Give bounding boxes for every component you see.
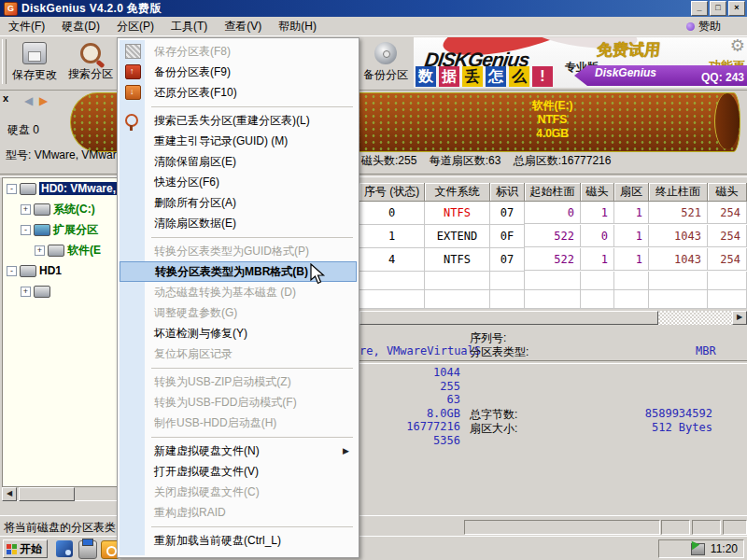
table-cell[interactable]: 1 [614,225,649,247]
tree-item[interactable]: -HD0: VMware, [3,178,119,199]
scroll-right-icon[interactable]: ▶ [732,311,747,325]
save-changes-button[interactable]: 保存更改 [7,39,62,86]
menubar-item[interactable]: 查看(V) [216,17,270,36]
hd-menu-item[interactable]: 备份分区表(F9) [120,62,357,82]
restore-button[interactable]: □ [710,1,726,16]
table-cell[interactable]: 0 [581,225,614,247]
table-cell[interactable]: 0F [490,225,525,248]
table-hscrollbar[interactable]: ▶ [359,311,747,325]
collapse-icon[interactable]: - [7,184,17,194]
table-cell[interactable]: 1 [359,225,425,248]
quicklaunch-app-icon[interactable] [56,540,73,557]
menu-item-label: 制作USB-HDD启动盘(H) [154,415,276,431]
table-cell[interactable]: 521 [649,202,708,224]
table-header-cell[interactable]: 起始柱面 [525,183,581,202]
tree-item[interactable]: +软件(E [3,240,119,260]
printer-icon[interactable] [78,540,97,559]
minimize-button[interactable]: _ [691,1,708,16]
table-cell[interactable]: 1043 [649,248,708,271]
table-cell[interactable]: NTFS [425,202,490,225]
hd-menu-item: 转换为USB-ZIP启动模式(Z) [120,371,357,392]
tree-item[interactable]: + [3,281,119,301]
expand-icon[interactable]: + [21,204,31,215]
table-cell-empty [490,290,525,309]
table-cell[interactable]: 1043 [649,225,708,247]
hd-menu-item[interactable]: 清除保留扇区(E) [120,151,357,172]
stat-value: 5356 [359,434,460,448]
hd-menu-item[interactable]: 快速分区(F6) [120,172,357,192]
tree-item[interactable]: -HD1 [3,260,119,281]
tree-item[interactable]: -扩展分区 [3,219,119,240]
tree-scroll-thumb[interactable] [19,487,75,501]
hd-menu-item[interactable]: 打开虚拟硬盘文件(V) [120,461,357,482]
table-cell[interactable]: 4 [359,248,425,272]
backup-table-icon [125,64,141,79]
search-lost-icon [125,114,138,127]
table-cell[interactable]: 0 [525,202,581,224]
table-cell[interactable]: 254 [708,202,747,224]
expand-icon[interactable]: + [21,287,31,297]
close-button[interactable]: × [728,1,745,16]
table-cell[interactable]: 1 [614,248,649,271]
sponsor-menu-item[interactable]: 赞助 [686,19,747,35]
table-cell-empty [359,290,425,309]
table-header-cell[interactable]: 扇区 [614,183,649,202]
table-cell[interactable]: 254 [708,248,747,271]
menubar-item[interactable]: 工具(T) [162,17,216,36]
table-cell[interactable]: 0 [359,202,425,225]
collapse-icon[interactable]: - [21,225,31,235]
scroll-left-icon[interactable]: ◀ [2,487,17,501]
table-cell[interactable]: 07 [490,248,525,272]
safely-remove-icon[interactable] [691,543,705,555]
menu-separator [151,361,353,369]
table-cell[interactable]: 254 [708,225,747,247]
sectors-per-track-value: 63 [359,393,460,407]
table-cell[interactable]: 522 [525,248,581,271]
table-header-cell[interactable]: 文件系统 [425,183,490,202]
expand-icon[interactable]: + [35,245,45,256]
table-cell[interactable]: EXTEND [425,225,490,248]
menu-item-label: 还原分区表(F10) [154,85,237,101]
table-header-cell[interactable]: 序号 (状态) [359,183,425,202]
menubar-item[interactable]: 帮助(H) [270,17,325,36]
hd-menu-item[interactable]: 重建主引导记录(GUID) (M) [120,131,357,151]
table-cell[interactable]: 07 [490,202,525,225]
tree-item[interactable]: +系统(C:) [3,199,119,219]
table-header-cell[interactable]: 磁头 [581,183,614,202]
table-header-cell[interactable]: 终止柱面 [649,183,708,202]
menubar-item[interactable]: 文件(F) [0,17,53,36]
save-disk-icon [22,42,47,64]
search-partition-button[interactable]: 搜索分区 [63,39,118,86]
table-header-cell[interactable]: 磁头 [708,183,747,202]
clock: 11:20 [711,542,738,555]
table-cell[interactable]: 1 [581,248,614,271]
save-changes-label: 保存更改 [12,67,57,83]
table-cell[interactable]: 1 [581,202,614,224]
menubar-item[interactable]: 硬盘(D) [53,17,108,36]
hd-menu-item[interactable]: 重新加载当前硬盘(Ctrl_L) [120,530,357,551]
disk-stat-values: 1044 255 63 8.0GB 16777216 5356 [359,366,460,448]
forward-arrow-icon[interactable]: ▶ [39,94,48,107]
collapse-icon[interactable]: - [7,266,17,276]
table-cell[interactable]: 522 [525,225,581,247]
table-scroll-thumb[interactable] [359,311,658,325]
divider [359,360,747,364]
menu-item-label: 调整硬盘参数(G) [154,305,237,321]
backup-partition-button[interactable]: 备份分区 [359,39,413,86]
panel-close-icon[interactable]: x [3,93,8,103]
table-cell[interactable]: 1 [614,202,649,224]
table-header-cell[interactable]: 标识 [490,183,525,202]
submenu-arrow-icon: ▶ [343,446,349,455]
back-arrow-icon[interactable]: ◀ [24,94,33,107]
hd-menu-item[interactable]: 搜索已丢失分区(重建分区表)(L) [120,110,357,131]
table-cell[interactable]: NTFS [425,248,490,272]
hd-menu-item[interactable]: 删除所有分区(A) [120,192,357,213]
start-button[interactable]: 开始 [3,539,48,558]
hd-menu-item[interactable]: 坏道检测与修复(Y) [120,323,357,343]
tree-hscrollbar[interactable]: ◀ [2,486,118,500]
table-cell-empty [614,290,649,309]
menubar-item[interactable]: 分区(P) [108,17,162,36]
promo-banner[interactable]: DISKGenius 专业版 免费试用 功能更 ⚙ 数据丢怎么! DiskGen… [414,37,747,88]
hd-menu-item[interactable]: 新建虚拟硬盘文件(N)▶ [120,441,357,461]
hdd-icon [20,265,36,277]
